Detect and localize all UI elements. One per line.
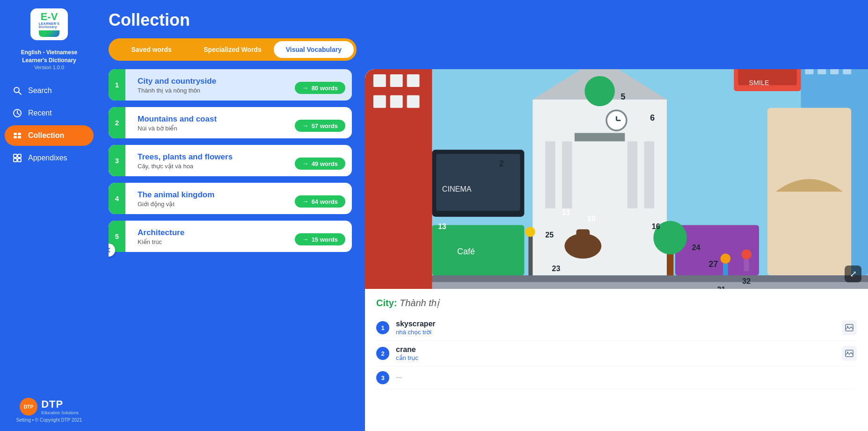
svg-text:24: 24 <box>692 243 700 251</box>
topic-card-5[interactable]: 5 Architecture Kiến trúc 15 words <box>109 221 352 252</box>
svg-rect-20 <box>365 275 868 282</box>
svg-text:27: 27 <box>709 259 718 269</box>
svg-rect-50 <box>545 141 555 208</box>
word-info-3: ··· <box>396 374 857 382</box>
svg-rect-10 <box>18 158 21 162</box>
word-row-2: 2 crane cần trục <box>376 341 857 366</box>
logo-sub2: Dictionary <box>39 25 60 29</box>
svg-rect-51 <box>562 141 572 208</box>
svg-rect-6 <box>18 136 21 138</box>
tabs-bar: Saved words Specialized Words Visual Voc… <box>109 38 357 61</box>
recent-icon <box>12 108 22 118</box>
word-num-2: 2 <box>376 347 389 360</box>
svg-text:5: 5 <box>620 92 625 101</box>
svg-rect-4 <box>18 133 21 135</box>
word-image-btn-2[interactable] <box>842 346 857 361</box>
sidebar-item-recent[interactable]: Recent <box>5 103 94 123</box>
topic-words-badge-1: 80 words <box>295 82 345 94</box>
dtp-logo: DTP DTP Education Solutions <box>20 398 79 416</box>
svg-text:23: 23 <box>552 264 561 273</box>
word-row-1: 1 skyscraper nhà chọc trời <box>376 315 857 341</box>
tab-saved-words[interactable]: Saved words <box>111 41 191 58</box>
topic-num-2: 2 <box>109 107 125 138</box>
svg-rect-32 <box>407 95 420 108</box>
svg-text:2: 2 <box>499 159 504 168</box>
app-version: Version 1.0.0 <box>34 65 64 70</box>
sidebar-label-recent: Recent <box>28 109 52 117</box>
word-list-area: City: Thành thị 1 skyscraper nhà chọc tr… <box>365 289 868 431</box>
word-row-3: 3 ··· <box>376 366 857 389</box>
sidebar: E-V LEARNER'S Dictionary English - Vietn… <box>0 0 98 431</box>
word-image-btn-1[interactable] <box>842 320 857 335</box>
topic-num-1: 1 <box>109 69 125 101</box>
svg-rect-3 <box>14 133 17 135</box>
svg-rect-41 <box>843 69 851 74</box>
sidebar-copyright: Setting • © Copyright DTP 2021 <box>16 417 82 423</box>
dtp-text: DTP Education Solutions <box>41 398 79 415</box>
page-title: Collection <box>109 10 868 30</box>
topic-card-1[interactable]: 1 City and countryside Thành thị và nông… <box>109 69 352 101</box>
main-nav: Search Recent Collection Appendixes <box>0 80 98 168</box>
tab-visual-vocabulary[interactable]: Visual Vocabulary <box>274 41 354 58</box>
sidebar-label-appendixes: Appendixes <box>28 154 67 162</box>
word-num-3: 3 <box>376 371 389 384</box>
city-illustration: 1 C <box>365 69 868 289</box>
main-area: Collection Saved words Specialized Words… <box>98 0 868 431</box>
svg-rect-31 <box>390 95 403 108</box>
sidebar-item-search[interactable]: Search <box>5 80 94 101</box>
svg-text:CINEMA: CINEMA <box>442 185 472 193</box>
svg-rect-52 <box>627 141 638 208</box>
svg-rect-55 <box>436 154 520 211</box>
word-num-1: 1 <box>376 321 389 334</box>
word-info-2: crane cần trục <box>396 345 835 361</box>
svg-text:10: 10 <box>587 214 596 223</box>
svg-rect-40 <box>830 69 839 74</box>
expand-button[interactable]: ⤢ <box>845 266 861 282</box>
topic-card-3[interactable]: 3 Trees, plants and flowers Cây, thực vậ… <box>109 145 352 176</box>
topic-words-badge-5: 15 words <box>295 233 345 245</box>
topic-words-badge-3: 49 words <box>295 158 345 170</box>
svg-point-45 <box>584 76 615 107</box>
svg-text:DTP: DTP <box>24 404 33 409</box>
app-title: English - Vietnamese Learner's Dictionar… <box>21 49 78 65</box>
svg-rect-76 <box>576 230 590 246</box>
word-vn-1: nhà chọc trời <box>396 329 835 336</box>
svg-rect-27 <box>373 74 386 87</box>
svg-text:SMILE: SMILE <box>749 79 769 86</box>
collection-area: 1 City and countryside Thành thị và nông… <box>109 69 868 431</box>
search-icon <box>12 86 22 96</box>
topic-card-2[interactable]: 2 Mountains and coast Núi và bờ biển 57 … <box>109 107 352 138</box>
svg-point-85 <box>741 250 751 260</box>
svg-rect-30 <box>373 95 386 108</box>
svg-rect-7 <box>14 154 17 158</box>
logo-sub1: LEARNER'S <box>39 22 60 25</box>
topic-words-badge-2: 57 words <box>295 120 345 132</box>
svg-rect-29 <box>407 74 420 87</box>
collection-list: 1 City and countryside Thành thị và nông… <box>109 69 357 431</box>
sidebar-item-appendixes[interactable]: Appendixes <box>5 148 94 168</box>
dtp-icon: DTP <box>20 398 37 416</box>
word-en-1: skyscraper <box>396 320 835 328</box>
svg-rect-5 <box>14 136 17 138</box>
sidebar-item-collection[interactable]: Collection <box>5 125 94 146</box>
app-logo: E-V LEARNER'S Dictionary <box>30 8 68 40</box>
topic-num-3: 3 <box>109 145 125 176</box>
word-list-title: City: Thành thị <box>376 297 857 309</box>
svg-rect-8 <box>18 154 21 158</box>
svg-point-72 <box>525 227 535 237</box>
svg-rect-38 <box>805 69 814 74</box>
svg-text:32: 32 <box>742 277 751 285</box>
word-info-1: skyscraper nhà chọc trời <box>396 320 835 336</box>
svg-text:11: 11 <box>562 208 570 216</box>
svg-rect-53 <box>644 141 655 208</box>
word-vn-2: cần trục <box>396 354 835 361</box>
topic-num-4: 4 <box>109 183 125 214</box>
sidebar-footer: DTP DTP Education Solutions Setting • © … <box>16 398 82 426</box>
sidebar-label-collection: Collection <box>28 131 64 140</box>
collection-icon <box>12 130 22 141</box>
svg-text:16: 16 <box>652 223 660 231</box>
svg-line-1 <box>19 92 21 94</box>
tab-specialized-words[interactable]: Specialized Words <box>192 41 272 58</box>
logo-text: E-V <box>39 12 60 22</box>
topic-card-4[interactable]: 4 The animal kingdom Giới động vật 64 wo… <box>109 183 352 214</box>
